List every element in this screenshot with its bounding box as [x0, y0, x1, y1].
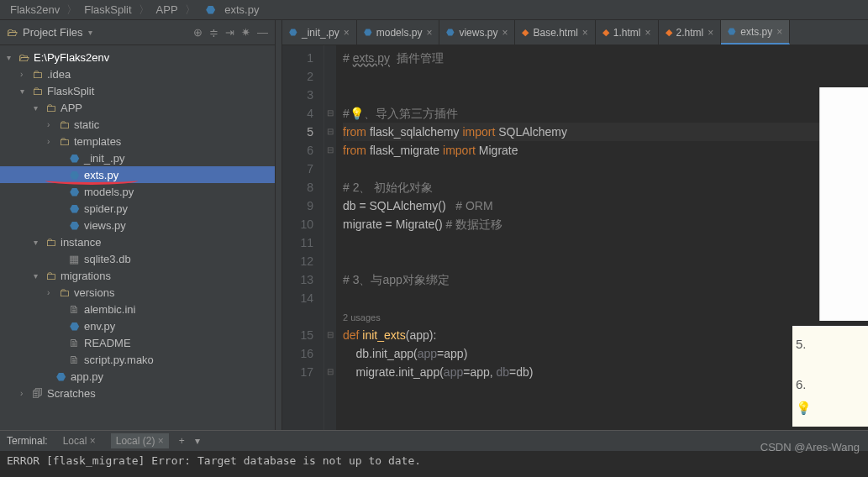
chevron-down-icon: ▾	[88, 28, 92, 37]
file-icon: 🗎	[67, 354, 81, 366]
scratches-icon: 🗐	[30, 387, 44, 400]
folder-icon: 🗀	[44, 236, 57, 249]
folder-icon: 🗀	[57, 135, 71, 148]
project-sidebar: 🗁 Project Files ▾ ⊕ ≑ ⇥ ✷ — ▾🗁E:\PyFlaks…	[0, 20, 276, 430]
tab-active[interactable]: ⬣exts.py×	[721, 20, 790, 45]
external-overlay	[819, 87, 868, 321]
tree-folder[interactable]: ▾🗀migrations	[0, 267, 275, 284]
close-icon[interactable]: ×	[776, 26, 782, 38]
hide-icon[interactable]: —	[257, 26, 268, 39]
chevron-right-icon: 〉	[185, 3, 196, 18]
tree-file[interactable]: ▦sqlite3.db	[0, 250, 275, 267]
close-icon[interactable]: ×	[344, 27, 350, 39]
tree-folder[interactable]: ›🗀static	[0, 116, 275, 133]
sidebar-title[interactable]: 🗁 Project Files ▾	[7, 26, 193, 39]
tree-folder[interactable]: ▾🗀FlaskSplit	[0, 82, 275, 99]
editor-tabs: ⬣_init_.py× ⬣models.py× ⬣views.py× ◆Base…	[282, 20, 868, 45]
tree-file[interactable]: ⬣app.py	[0, 368, 275, 385]
breadcrumb-item[interactable]: FlaskSplit	[84, 3, 131, 16]
tree-file[interactable]: ⬣spider.py	[0, 200, 275, 217]
tree-scratches[interactable]: ›🗐Scratches	[0, 385, 275, 401]
select-opened-icon[interactable]: ⊕	[193, 26, 203, 39]
file-icon: 🗎	[67, 303, 81, 316]
python-icon: ⬣	[67, 202, 81, 215]
close-icon[interactable]: ×	[502, 27, 508, 39]
breadcrumb-item[interactable]: APP	[156, 3, 178, 16]
python-icon: ⬣	[446, 27, 455, 38]
tab[interactable]: ◆1.html×	[596, 20, 659, 45]
python-icon: ⬣	[67, 219, 81, 232]
line-gutter: 1234 5678 9101112 1314151617	[282, 45, 324, 430]
tree-file[interactable]: 🗎README	[0, 334, 275, 351]
tree-file[interactable]: 🗎script.py.mako	[0, 351, 275, 368]
html-icon: ◆	[665, 27, 672, 38]
close-icon[interactable]: ×	[426, 27, 432, 39]
chevron-right-icon: 〉	[139, 3, 150, 18]
folder-icon: 🗀	[57, 118, 71, 131]
tree-folder[interactable]: ›🗀versions	[0, 284, 275, 301]
bulb-icon: 💡	[796, 396, 865, 420]
settings-icon[interactable]: ✷	[241, 26, 250, 39]
python-icon: ⬣	[289, 27, 297, 38]
terminal-dropdown-icon[interactable]: ▾	[195, 435, 200, 447]
tree-folder[interactable]: ▾🗀APP	[0, 99, 275, 116]
tree-file[interactable]: 🗎alembic.ini	[0, 301, 275, 317]
tree-file[interactable]: ⬣_init_.py	[0, 149, 275, 166]
python-icon: ⬣	[67, 320, 81, 333]
tree-folder[interactable]: ▾🗀instance	[0, 233, 275, 250]
terminal-tab[interactable]: Local ×	[58, 433, 101, 448]
tab[interactable]: ◆Base.html×	[515, 20, 595, 45]
tree-file-selected[interactable]: ⬣exts.py	[0, 166, 275, 183]
folder-icon: 🗀	[57, 286, 71, 299]
tree-file[interactable]: ⬣models.py	[0, 183, 275, 200]
close-icon[interactable]: ×	[582, 27, 588, 39]
red-underline-annotation	[45, 176, 138, 185]
python-icon: ⬣	[67, 152, 81, 165]
add-terminal-icon[interactable]: +	[179, 435, 185, 447]
close-icon[interactable]: ×	[708, 27, 713, 39]
html-icon: ◆	[602, 27, 609, 38]
python-icon: ⬣	[67, 186, 81, 198]
code-body[interactable]: # exts.py 插件管理 #💡、导入第三方插件 from flask_sql…	[336, 45, 868, 430]
code-editor[interactable]: 1234 5678 9101112 1314151617 ⊟⊟⊟⊟⊟ # ext…	[282, 45, 868, 430]
python-icon: ⬣	[54, 370, 67, 383]
terminal-panel: Terminal: Local × Local (2) × + ▾ ERROR …	[0, 430, 868, 477]
watermark: CSDN @Ares-Wang	[760, 441, 860, 453]
terminal-output[interactable]: ERROR [flask_migrate] Error: Target data…	[0, 451, 868, 470]
usages-hint[interactable]: 2 usages	[343, 312, 381, 322]
folder-icon: 🗀	[30, 85, 44, 97]
tree-root[interactable]: ▾🗁E:\PyFlaks2env	[0, 49, 275, 66]
close-icon[interactable]: ×	[158, 435, 164, 447]
folder-icon: 🗁	[7, 26, 18, 39]
folder-icon: 🗀	[44, 270, 57, 282]
python-icon: ⬣	[364, 27, 372, 38]
tab[interactable]: ⬣models.py×	[357, 20, 440, 45]
breadcrumb: Flaks2env 〉 FlaskSplit 〉 APP 〉 ⬣ exts.py	[0, 0, 868, 20]
tree-folder[interactable]: ›🗀templates	[0, 133, 275, 149]
breadcrumb-root[interactable]: Flaks2env	[10, 3, 60, 16]
fold-gutter: ⊟⊟⊟⊟⊟	[324, 45, 336, 430]
collapse-all-icon[interactable]: ⇥	[225, 26, 234, 39]
tree-folder[interactable]: ›🗀.idea	[0, 66, 275, 82]
external-overlay-list: 5. 6. 💡	[792, 326, 868, 427]
tab[interactable]: ◆2.html×	[659, 20, 722, 45]
breadcrumb-file[interactable]: ⬣ exts.py	[203, 3, 263, 16]
tree-file[interactable]: ⬣views.py	[0, 217, 275, 233]
tab[interactable]: ⬣_init_.py×	[282, 20, 357, 45]
close-icon[interactable]: ×	[645, 27, 651, 39]
expand-all-icon[interactable]: ≑	[209, 26, 218, 39]
file-icon: 🗎	[67, 337, 81, 349]
chevron-right-icon: 〉	[66, 3, 77, 18]
splitter[interactable]	[276, 20, 282, 430]
folder-icon: 🗀	[30, 68, 44, 81]
html-icon: ◆	[522, 27, 529, 38]
close-icon[interactable]: ×	[90, 435, 96, 447]
db-icon: ▦	[67, 253, 81, 265]
tree-file[interactable]: ⬣env.py	[0, 317, 275, 334]
project-tree: ▾🗁E:\PyFlaks2env ›🗀.idea ▾🗀FlaskSplit ▾🗀…	[0, 45, 275, 430]
folder-icon: 🗀	[44, 102, 57, 114]
folder-icon: 🗁	[17, 51, 30, 64]
terminal-tab-active[interactable]: Local (2) ×	[111, 433, 169, 448]
terminal-label: Terminal:	[7, 435, 48, 447]
tab[interactable]: ⬣views.py×	[439, 20, 515, 45]
